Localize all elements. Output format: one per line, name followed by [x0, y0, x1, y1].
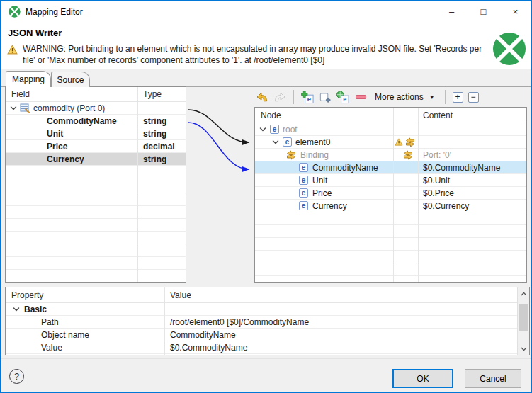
scrollbar-thumb[interactable]	[519, 304, 528, 331]
ok-label: OK	[417, 374, 429, 384]
expand-chevron-icon[interactable]	[259, 126, 266, 132]
expand-all-button[interactable]: +	[453, 92, 463, 103]
selected-mapping-arrow[interactable]	[188, 123, 249, 169]
property-scrollbar[interactable]	[517, 287, 529, 355]
record-port-icon	[20, 103, 30, 113]
node-row-root[interactable]: e root	[255, 123, 526, 136]
maximize-button[interactable]: □	[468, 1, 499, 23]
element-icon: e	[299, 176, 308, 185]
node-content: $0.Price	[423, 188, 454, 198]
node-row-binding[interactable]: Binding Port: '0'	[255, 149, 526, 161]
node-label: Price	[312, 188, 332, 198]
add-attribute-button[interactable]	[319, 91, 332, 103]
field-name: Price	[47, 142, 67, 152]
node-label: element0	[295, 137, 330, 147]
field-type: string	[143, 129, 166, 139]
node-table-divider-2	[418, 108, 419, 282]
field-root-row[interactable]: commodity (Port 0)	[6, 102, 186, 115]
node-label: root	[283, 125, 298, 135]
value-column-header: Value	[170, 290, 191, 300]
chevron-up-icon	[521, 292, 527, 296]
minimize-button[interactable]: –	[436, 1, 468, 23]
element-icon: e	[299, 201, 308, 210]
tab-mapping[interactable]: Mapping	[6, 71, 51, 87]
node-table-empty-rows	[255, 212, 526, 282]
property-value: $0.CommodityName	[170, 343, 247, 353]
node-row-price[interactable]: e Price $0.Price	[255, 187, 526, 200]
node-column-header: Node	[261, 110, 281, 120]
tab-source[interactable]: Source	[51, 72, 90, 87]
field-row-commodityname[interactable]: CommodityName string	[6, 115, 186, 127]
more-actions-button[interactable]: More actions ▼	[372, 92, 438, 102]
expand-chevron-icon[interactable]	[13, 306, 20, 312]
node-row-currency[interactable]: e Currency $0.Currency	[255, 200, 526, 212]
add-wildcard-element-icon: e	[336, 91, 349, 104]
property-group-label: Basic	[24, 304, 47, 314]
port-binding-arrow[interactable]	[188, 110, 249, 142]
add-wildcard-element-button[interactable]: e	[336, 91, 349, 103]
remove-icon	[356, 95, 366, 99]
collapse-all-button[interactable]: −	[468, 92, 479, 103]
field-name: Currency	[47, 154, 84, 164]
binding-swap-icon	[405, 137, 415, 147]
property-group-basic[interactable]: Basic	[6, 303, 529, 316]
field-row-currency-selected[interactable]: Currency string	[6, 153, 186, 166]
element-icon: e	[283, 137, 292, 147]
expand-all-icon: +	[455, 93, 460, 101]
node-row-element0[interactable]: e element0	[255, 136, 526, 149]
warning-text: WARNING: Port binding to an element whic…	[23, 44, 483, 67]
property-name: Object name	[41, 330, 89, 340]
element-icon: e	[299, 188, 308, 198]
node-content: $0.Unit	[423, 176, 450, 186]
field-type: string	[143, 116, 166, 126]
field-table: Field Type commodity (Port 0) CommodityN…	[5, 86, 186, 283]
redo-button-disabled[interactable]	[273, 91, 286, 103]
property-row-object-name[interactable]: Object name CommodityName	[6, 329, 529, 341]
field-column-header: Field	[11, 89, 30, 99]
node-row-commodityname-selected[interactable]: e CommodityName $0.CommodityName	[255, 161, 526, 174]
property-column-header: Property	[11, 290, 43, 300]
field-table-header: Field Type	[6, 87, 186, 102]
property-row-value[interactable]: Value $0.CommodityName	[6, 341, 529, 354]
scroll-up-button[interactable]	[518, 287, 529, 300]
node-row-unit[interactable]: e Unit $0.Unit	[255, 174, 526, 187]
mapping-toolbar: e e More actions ▼ + −	[256, 88, 479, 106]
property-row-path[interactable]: Path /root/element0 [$0]/CommodityName	[6, 316, 529, 329]
field-table-empty-rows	[6, 181, 186, 282]
help-icon: ?	[14, 371, 19, 382]
node-label: Unit	[312, 176, 327, 186]
more-actions-label: More actions	[375, 92, 424, 102]
window-controls: – □ ×	[436, 1, 531, 23]
warning-icon	[395, 138, 403, 146]
content-column-header: Content	[423, 110, 453, 120]
add-element-button[interactable]: e	[301, 91, 314, 103]
chevron-down-icon	[521, 347, 527, 351]
expand-chevron-icon[interactable]	[10, 105, 17, 111]
property-value: /root/element0 [$0]/CommodityName	[170, 317, 309, 327]
field-row-unit[interactable]: Unit string	[6, 127, 186, 140]
remove-button[interactable]	[354, 91, 367, 103]
cancel-label: Cancel	[480, 374, 506, 384]
node-table-header: Node Content	[255, 108, 526, 123]
redo-icon	[273, 91, 286, 103]
scroll-down-button[interactable]	[518, 343, 529, 355]
ok-button[interactable]: OK	[392, 369, 453, 388]
field-type: decimal	[143, 142, 175, 152]
field-type: string	[143, 154, 166, 164]
dropdown-arrow-icon: ▼	[429, 94, 435, 101]
add-attribute-icon	[319, 91, 332, 104]
warning-icon	[7, 45, 18, 55]
cancel-button[interactable]: Cancel	[465, 369, 521, 388]
field-table-column-divider	[137, 87, 138, 282]
property-table-header: Property Value	[6, 287, 529, 303]
expand-chevron-icon[interactable]	[272, 139, 279, 145]
undo-button[interactable]	[256, 91, 268, 103]
mapping-arrows	[185, 101, 256, 175]
tab-source-label: Source	[57, 75, 84, 85]
field-row-price[interactable]: Price decimal	[6, 140, 186, 153]
help-button[interactable]: ?	[9, 369, 24, 384]
property-name: Path	[41, 317, 59, 327]
tab-mapping-label: Mapping	[12, 74, 45, 84]
node-table-divider-1	[393, 108, 394, 282]
close-button[interactable]: ×	[499, 1, 531, 23]
